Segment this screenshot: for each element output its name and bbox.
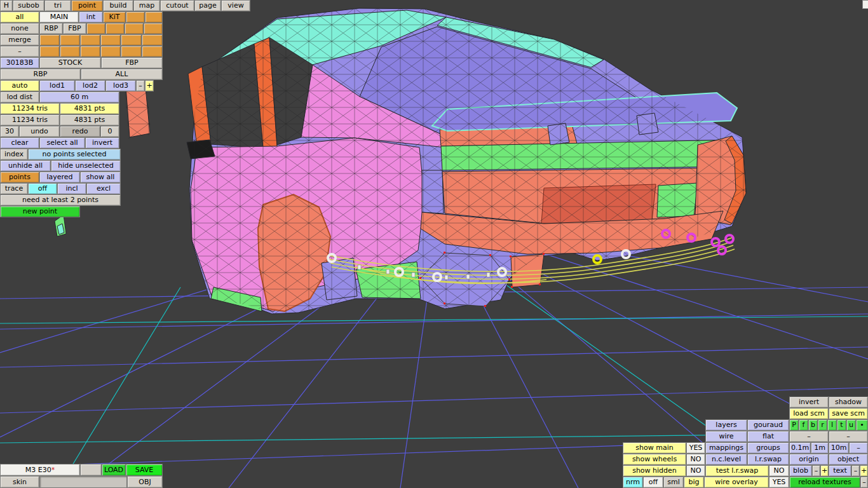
lod-auto-button[interactable]: auto <box>0 80 39 92</box>
points-mode-button[interactable]: points <box>0 172 39 183</box>
flat-button[interactable]: flat <box>747 431 789 442</box>
reload-textures-button[interactable]: reload textures <box>789 477 860 488</box>
select-all-button[interactable]: select all <box>39 137 85 149</box>
filter-int-button[interactable]: int <box>79 11 103 23</box>
palette-cell[interactable] <box>142 46 163 57</box>
lr-swap-button[interactable]: l.r.swap <box>747 454 789 465</box>
skin-name-field[interactable] <box>39 476 127 488</box>
merge-button[interactable]: merge <box>0 34 39 46</box>
gouraud-button[interactable]: gouraud <box>747 419 789 431</box>
model-name-field[interactable]: M3 E30* <box>0 464 80 476</box>
flag-p-toggle[interactable]: P <box>789 419 799 431</box>
nrm-button[interactable]: nrm <box>623 477 643 488</box>
layered-button[interactable]: layered <box>39 172 80 183</box>
menu-item-subob[interactable]: subob <box>13 0 44 11</box>
trace-incl-button[interactable]: incl <box>57 183 86 194</box>
load-scm-button[interactable]: load scm <box>789 408 829 419</box>
trace-off-button[interactable]: off <box>28 183 57 194</box>
palette-cell[interactable] <box>100 34 121 46</box>
hide-unselected-button[interactable]: hide unselected <box>51 160 121 172</box>
show-all-button[interactable]: show all <box>80 172 121 183</box>
trace-excl-button[interactable]: excl <box>86 183 121 194</box>
invert-normals-button[interactable]: invert <box>789 396 829 408</box>
filter-kit-button[interactable]: KiT <box>103 11 126 23</box>
palette-cell[interactable] <box>86 23 105 34</box>
rbp-button[interactable]: RBP <box>0 69 81 80</box>
dash-cell[interactable]: – <box>789 431 829 442</box>
unhide-all-button[interactable]: unhide all <box>0 160 51 172</box>
filter-none-button[interactable]: none <box>0 23 39 34</box>
flag-l-toggle[interactable]: l <box>827 419 837 431</box>
grid-10m-button[interactable]: 10m <box>829 442 849 454</box>
flag-dot-toggle[interactable]: • <box>856 419 868 431</box>
lod-dist-value[interactable]: 60 m <box>39 92 119 103</box>
lod-plus-button[interactable]: + <box>145 80 154 92</box>
flag-r-toggle[interactable]: r <box>818 419 827 431</box>
groups-button[interactable]: groups <box>747 442 789 454</box>
palette-cell[interactable] <box>60 34 80 46</box>
shadow-button[interactable]: shadow <box>829 396 868 408</box>
redo-button[interactable]: redo <box>60 126 100 137</box>
nrm-sml-button[interactable]: sml <box>663 477 684 488</box>
palette-cell[interactable] <box>145 11 163 23</box>
wire-overlay-value[interactable]: YES <box>769 477 789 488</box>
show-hidden-toggle[interactable]: show hidden <box>623 465 686 477</box>
wire-button[interactable]: wire <box>705 431 747 442</box>
blob-minus-button[interactable]: – <box>812 465 820 477</box>
grid-01m-button[interactable]: 0.1m <box>789 442 811 454</box>
all-button[interactable]: ALL <box>81 69 163 80</box>
layers-button[interactable]: layers <box>705 419 747 431</box>
mappings-button[interactable]: mappings <box>705 442 747 454</box>
menu-item-point-active[interactable]: point <box>71 0 103 11</box>
wire-overlay-toggle[interactable]: wire overlay <box>704 477 769 488</box>
menu-item-build[interactable]: build <box>103 0 133 11</box>
text-button[interactable]: text <box>829 465 851 477</box>
text-plus-button[interactable]: + <box>860 465 868 477</box>
menu-item-tri[interactable]: tri <box>44 0 71 11</box>
save-scm-button[interactable]: save scm <box>829 408 868 419</box>
index-button[interactable]: index <box>0 149 28 160</box>
show-wheels-toggle[interactable]: show wheels <box>623 454 686 465</box>
origin-button[interactable]: origin <box>789 454 829 465</box>
palette-cell[interactable] <box>80 46 100 57</box>
save-button[interactable]: SAVE <box>126 464 163 476</box>
palette-cell[interactable] <box>121 34 142 46</box>
palette-cell[interactable] <box>125 23 144 34</box>
show-hidden-value[interactable]: NO <box>686 465 705 477</box>
palette-cell[interactable] <box>80 34 100 46</box>
skin-button[interactable]: skin <box>0 476 39 488</box>
nrm-big-button[interactable]: big <box>684 477 704 488</box>
show-main-value[interactable]: YES <box>686 442 705 454</box>
lod-minus-button[interactable]: – <box>136 80 145 92</box>
dash-cell[interactable]: – <box>829 431 868 442</box>
test-lr-swap-toggle[interactable]: test l.r.swap <box>705 465 769 477</box>
palette-cell[interactable] <box>60 46 80 57</box>
menu-item-cutout[interactable]: cutout <box>160 0 194 11</box>
lod2-button[interactable]: lod2 <box>75 80 105 92</box>
clear-button[interactable]: clear <box>0 137 39 149</box>
menu-item-h[interactable]: H <box>0 0 13 11</box>
filter-fbp-button[interactable]: FBP <box>63 23 86 34</box>
palette-cell[interactable] <box>105 23 125 34</box>
show-wheels-value[interactable]: NO <box>686 454 705 465</box>
flag-u-toggle[interactable]: u <box>846 419 856 431</box>
nrm-off-button[interactable]: off <box>643 477 663 488</box>
palette-cell[interactable] <box>39 34 60 46</box>
undo-button[interactable]: undo <box>19 126 60 137</box>
load-button[interactable]: LOAD <box>102 464 126 476</box>
menu-item-view[interactable]: view <box>221 0 250 11</box>
blob-button[interactable]: blob <box>789 465 812 477</box>
nc-level-button[interactable]: n.c.level <box>705 454 747 465</box>
palette-cell[interactable] <box>100 46 121 57</box>
object-button[interactable]: object <box>829 454 868 465</box>
obj-button[interactable]: OBJ <box>127 476 163 488</box>
lod3-button[interactable]: lod3 <box>105 80 136 92</box>
filter-all-button[interactable]: all <box>0 11 39 23</box>
dash-button[interactable]: – <box>0 46 39 57</box>
text-minus-button[interactable]: – <box>851 465 860 477</box>
filter-rbp-button[interactable]: RBP <box>39 23 63 34</box>
model-code-button[interactable]: 30183B <box>0 57 39 69</box>
fbp-button[interactable]: FBP <box>101 57 163 69</box>
reload-dash-button[interactable]: – <box>860 477 868 488</box>
palette-cell[interactable] <box>121 46 142 57</box>
